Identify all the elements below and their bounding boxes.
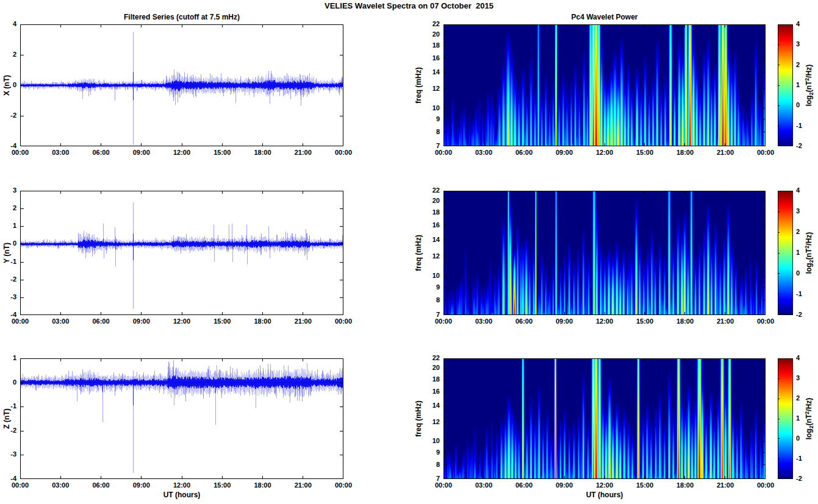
- y-tick-label: -4: [0, 311, 16, 318]
- colorbar-tick-label: 1: [796, 414, 812, 422]
- x-tick-label: 21:00: [289, 481, 318, 489]
- x-tick-label: 18:00: [670, 149, 700, 156]
- x-tick-label: 12:00: [590, 149, 619, 156]
- z-wavelet-heatmap: [443, 358, 766, 479]
- figure: VELIES Wavelet Spectra on 07 October 201…: [0, 0, 818, 504]
- colorbar-tick-label: 3: [796, 40, 812, 48]
- x-tick-label: 21:00: [711, 318, 740, 325]
- x-tick-label: 00:00: [751, 318, 780, 325]
- freq-tick-label: 22: [418, 354, 440, 361]
- x-tick-label: 03:00: [469, 318, 498, 325]
- y-tick-label: -2: [0, 112, 16, 119]
- y-tick-label: 0: [0, 378, 16, 386]
- x-tick-label: 21:00: [289, 149, 318, 156]
- x-tick-label: 21:00: [289, 318, 318, 325]
- colorbar-tick-label: -1: [796, 455, 812, 462]
- freq-tick-label: 18: [418, 41, 440, 49]
- x-tick-label: 12:00: [167, 149, 196, 156]
- colorbar-tick-label: 0: [796, 435, 812, 442]
- x-tick-label: 21:00: [711, 481, 740, 489]
- x-wavelet-heatmap: [443, 24, 766, 146]
- x-tick-label: 00:00: [5, 318, 35, 325]
- x-tick-label: 09:00: [127, 318, 156, 325]
- x-tick-label: 18:00: [248, 318, 278, 325]
- z-series-ylabel: Z (nT): [1, 358, 12, 479]
- x-tick-label: 15:00: [630, 318, 659, 325]
- colorbar-x: [778, 24, 793, 146]
- colorbar-tick-label: -1: [796, 290, 812, 297]
- x-tick-label: 03:00: [469, 149, 498, 156]
- x-tick-label: 06:00: [509, 149, 539, 156]
- freq-tick-label: 12: [418, 252, 440, 260]
- x-tick-label: 09:00: [550, 318, 579, 325]
- colorbar-tick-label: 3: [796, 207, 812, 215]
- left-xaxis-label: UT (hours): [20, 491, 343, 499]
- colorbar-tick-label: 0: [796, 269, 812, 277]
- y-tick-label: 2: [0, 51, 16, 58]
- x-tick-label: 15:00: [630, 481, 659, 489]
- y-tick-label: 1: [0, 222, 16, 229]
- left-column-title: Filtered Series (cutoff at 7.5 mHz): [20, 13, 343, 21]
- x-tick-label: 03:00: [46, 149, 75, 156]
- x-tick-label: 09:00: [550, 149, 579, 156]
- colorbar-tick-label: -1: [796, 122, 812, 129]
- x-tick-label: 15:00: [207, 149, 237, 156]
- freq-tick-label: 8: [418, 461, 440, 468]
- freq-tick-label: 14: [418, 236, 440, 243]
- x-tick-label: 12:00: [590, 481, 619, 489]
- x-tick-label: 09:00: [550, 481, 579, 489]
- x-tick-label: 09:00: [127, 481, 156, 489]
- y-tick-label: -3: [0, 450, 16, 458]
- y-tick-label: 4: [0, 20, 16, 27]
- y-tick-label: -1: [0, 258, 16, 265]
- x-tick-label: 00:00: [429, 481, 458, 489]
- x-tick-label: 18:00: [670, 481, 700, 489]
- freq-tick-label: 8: [418, 128, 440, 135]
- freq-tick-label: 10: [418, 104, 440, 112]
- y-tick-label: 1: [0, 354, 16, 361]
- y-tick-label: -4: [0, 475, 16, 482]
- freq-tick-label: 16: [418, 221, 440, 229]
- freq-tick-label: 10: [418, 437, 440, 444]
- x-tick-label: 06:00: [87, 149, 116, 156]
- x-tick-label: 03:00: [469, 481, 498, 489]
- x-tick-label: 12:00: [167, 481, 196, 489]
- z-series-plot: [20, 358, 343, 479]
- y-series-plot: [20, 191, 343, 315]
- freq-tick-label: 10: [418, 272, 440, 279]
- x-tick-label: 00:00: [5, 149, 35, 156]
- x-tick-label: 18:00: [670, 318, 700, 325]
- x-tick-label: 18:00: [248, 149, 278, 156]
- freq-tick-label: 16: [418, 54, 440, 62]
- x-series-plot: [20, 24, 343, 146]
- colorbar-y: [778, 191, 793, 315]
- colorbar-tick-label: -2: [796, 475, 812, 482]
- freq-tick-label: 12: [418, 418, 440, 425]
- x-tick-label: 00:00: [429, 149, 458, 156]
- x-tick-label: 00:00: [429, 318, 458, 325]
- freq-tick-label: 9: [418, 449, 440, 456]
- freq-tick-label: 20: [418, 197, 440, 204]
- colorbar-tick-label: 0: [796, 101, 812, 108]
- y-wavelet-heatmap: [443, 191, 766, 315]
- colorbar-tick-label: 4: [796, 20, 812, 27]
- x-tick-label: 00:00: [329, 481, 358, 489]
- x-tick-label: 12:00: [167, 318, 196, 325]
- x-tick-label: 00:00: [751, 149, 780, 156]
- freq-tick-label: 14: [418, 68, 440, 76]
- freq-tick-label: 7: [418, 475, 440, 482]
- x-tick-label: 03:00: [46, 481, 75, 489]
- x-tick-label: 03:00: [46, 318, 75, 325]
- colorbar-tick-label: 3: [796, 374, 812, 382]
- y-tick-label: -2: [0, 275, 16, 283]
- x-tick-label: 12:00: [590, 318, 619, 325]
- freq-tick-label: 18: [418, 375, 440, 383]
- x-tick-label: 00:00: [329, 318, 358, 325]
- y-tick-label: -2: [0, 427, 16, 434]
- colorbar-tick-label: 1: [796, 81, 812, 88]
- freq-tick-label: 9: [418, 115, 440, 122]
- y-tick-label: 0: [0, 240, 16, 247]
- x-tick-label: 06:00: [509, 318, 539, 325]
- x-tick-label: 00:00: [751, 481, 780, 489]
- freq-tick-label: 7: [418, 142, 440, 149]
